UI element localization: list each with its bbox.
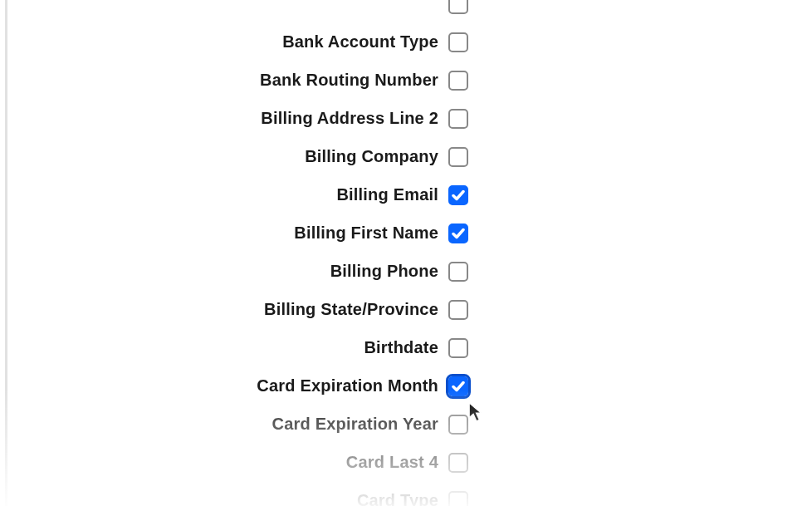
field-row: Bank Account Type (0, 23, 812, 61)
field-label: Card Type (0, 491, 448, 506)
field-row: Card Expiration Month (0, 367, 812, 405)
field-label: Billing First Name (0, 224, 448, 243)
field-row: Billing Email (0, 176, 812, 214)
field-label: Billing State/Province (0, 300, 448, 319)
field-row: Billing State/Province (0, 291, 812, 328)
checkbox-billing-state-province[interactable] (448, 300, 468, 320)
checkbox-birthdate[interactable] (448, 338, 468, 358)
field-label: Bank Routing Number (0, 71, 448, 90)
field-label: Card Expiration Year (0, 415, 448, 434)
field-row: Card Expiration Year (0, 405, 812, 443)
field-row: Bank Routing Number (0, 61, 812, 99)
field-row: Billing Company (0, 138, 812, 175)
field-label: Billing Email (0, 185, 448, 204)
field-row: Billing Address Line 2 (0, 100, 812, 137)
checkbox-card-last-4[interactable] (448, 453, 468, 473)
checkbox-field-0[interactable] (448, 0, 468, 14)
checkbox-card-type[interactable] (448, 491, 468, 507)
field-row (0, 0, 812, 22)
field-label: Bank Account Type (0, 32, 448, 52)
field-label: Billing Company (0, 147, 448, 166)
checkbox-card-expiration-year[interactable] (448, 415, 468, 435)
checkbox-card-expiration-month[interactable] (448, 376, 468, 396)
field-row: Birthdate (0, 329, 812, 366)
field-row: Billing Phone (0, 253, 812, 290)
field-label: Card Last 4 (0, 453, 448, 472)
checkbox-bank-account-type[interactable] (448, 32, 468, 52)
field-row: Card Last 4 (0, 444, 812, 481)
field-label: Billing Phone (0, 262, 448, 281)
checkbox-billing-phone[interactable] (448, 262, 468, 282)
field-row: Card Type (0, 482, 812, 506)
field-label: Card Expiration Month (0, 376, 448, 395)
checkbox-billing-company[interactable] (448, 147, 468, 167)
field-label: Birthdate (0, 338, 448, 357)
field-row: Billing First Name (0, 214, 812, 252)
checkbox-form-list: Bank Account Type Bank Routing Number Bi… (0, 0, 812, 506)
field-label: Billing Address Line 2 (0, 109, 448, 128)
checkbox-bank-routing-number[interactable] (448, 71, 468, 91)
checkbox-billing-address-line-2[interactable] (448, 109, 468, 129)
checkbox-billing-email[interactable] (448, 185, 468, 205)
checkbox-billing-first-name[interactable] (448, 224, 468, 243)
